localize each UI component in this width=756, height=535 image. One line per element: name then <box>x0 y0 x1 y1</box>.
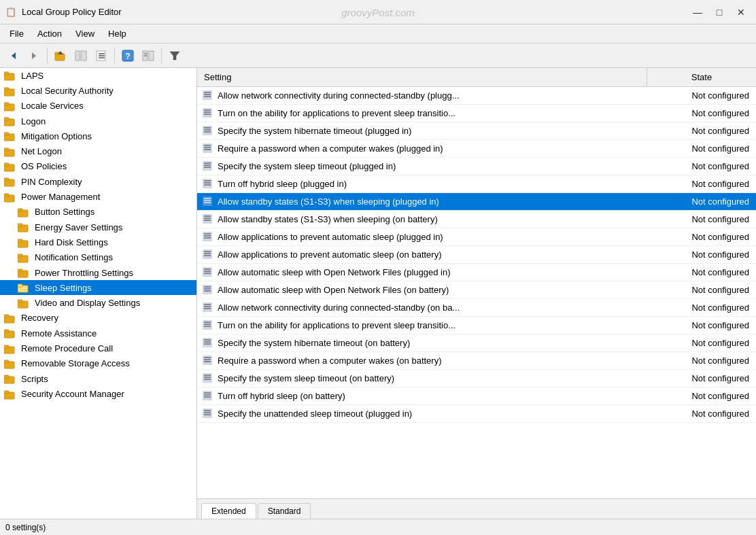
row-policy-icon <box>203 214 212 225</box>
filter-button[interactable] <box>165 46 184 65</box>
table-row[interactable]: Allow network connectivity during connec… <box>197 299 756 317</box>
svg-rect-66 <box>203 108 212 118</box>
sidebar-item-notification-settings[interactable]: Notification Settings <box>0 250 196 265</box>
sidebar-item-os-policies[interactable]: OS Policies <box>0 159 196 174</box>
table-row[interactable]: Allow standby states (S1-S3) when sleepi… <box>197 211 756 228</box>
sidebar-item-local-security-authority[interactable]: Local Security Authority <box>0 83 196 98</box>
svg-rect-74 <box>203 143 212 153</box>
row-setting-text: Allow applications to prevent automatic … <box>218 229 647 245</box>
sidebar-item-removable-storage-access[interactable]: Removable Storage Access <box>0 356 196 371</box>
sidebar-item-mitigation-options[interactable]: Mitigation Options <box>0 128 196 143</box>
svg-rect-114 <box>203 320 212 330</box>
sidebar-item-video-and-display-settings[interactable]: Video and Display Settings <box>0 295 196 310</box>
sidebar-item-label: Mitigation Options <box>21 131 92 141</box>
svg-marker-1 <box>32 52 36 59</box>
table-row[interactable]: Specify the system sleep timeout (on bat… <box>197 370 756 387</box>
svg-rect-45 <box>18 269 22 272</box>
row-policy-icon <box>203 285 212 296</box>
close-button[interactable]: ✕ <box>732 5 751 19</box>
row-policy-icon <box>203 391 212 402</box>
sidebar-item-pin-complexity[interactable]: PIN Complexity <box>0 174 196 189</box>
folder-icon <box>4 358 15 369</box>
menu-view[interactable]: View <box>69 27 101 41</box>
table-row[interactable]: Specify the system hibernate timeout (on… <box>197 334 756 352</box>
sidebar-item-sleep-settings[interactable]: Sleep Settings <box>0 280 196 295</box>
table-row[interactable]: Specify the system hibernate timeout (pl… <box>197 122 756 140</box>
row-policy-icon <box>203 338 212 349</box>
table-row[interactable]: Specify the unattended sleep timeout (pl… <box>197 405 756 423</box>
sidebar-item-net-logon[interactable]: Net Logon <box>0 143 196 158</box>
row-state-text: Not configured <box>647 194 756 209</box>
sidebar-item-label: Hard Disk Settings <box>35 237 108 247</box>
sidebar-item-remote-procedure-call[interactable]: Remote Procedure Call <box>0 341 196 356</box>
table-row[interactable]: Allow applications to prevent automatic … <box>197 228 756 246</box>
menu-help[interactable]: Help <box>101 27 133 41</box>
row-setting-text: Allow standby states (S1-S3) when sleepi… <box>218 194 647 209</box>
folder-icon <box>4 313 15 324</box>
sidebar-item-logon[interactable]: Logon <box>0 114 196 128</box>
table-row[interactable]: Allow network connectivity during connec… <box>197 87 756 105</box>
tab-extended[interactable]: Extended <box>201 503 256 519</box>
svg-rect-78 <box>203 161 212 171</box>
sidebar-item-power-throttling-settings[interactable]: Power Throttling Settings <box>0 265 196 280</box>
table-row[interactable]: Require a password when a computer wakes… <box>197 140 756 158</box>
status-bar: 0 setting(s) <box>0 519 756 535</box>
sidebar-item-remote-assistance[interactable]: Remote Assistance <box>0 326 196 341</box>
menu-action[interactable]: Action <box>31 27 69 41</box>
sidebar-item-security-account-manager[interactable]: Security Account Manager <box>0 386 196 401</box>
folder-icon <box>4 191 15 202</box>
row-state-text: Not configured <box>647 300 756 315</box>
help-button[interactable]: ? <box>118 46 137 65</box>
tab-standard[interactable]: Standard <box>258 503 311 519</box>
row-policy-icon <box>203 356 212 366</box>
table-row[interactable]: Allow automatic sleep with Open Network … <box>197 264 756 281</box>
row-state-text: Not configured <box>647 158 756 174</box>
sidebar-item-recovery[interactable]: Recovery <box>0 311 196 326</box>
sidebar-item-hard-disk-settings[interactable]: Hard Disk Settings <box>0 235 196 249</box>
table-row[interactable]: Specify the system sleep timeout (plugge… <box>197 158 756 175</box>
table-row[interactable]: Allow applications to prevent automatic … <box>197 246 756 264</box>
svg-rect-62 <box>203 90 212 100</box>
menu-file[interactable]: File <box>3 27 31 41</box>
folder-icon <box>18 252 29 263</box>
table-row[interactable]: Turn on the ability for applications to … <box>197 105 756 122</box>
policy-table: Setting State Allow network connectivity… <box>197 68 756 498</box>
back-button[interactable] <box>4 46 23 65</box>
toolbar-separator-2 <box>114 48 115 63</box>
sidebar-item-energy-saver-settings[interactable]: Energy Saver Settings <box>0 220 196 235</box>
svg-rect-90 <box>203 214 212 224</box>
folder-up-button[interactable] <box>51 46 70 65</box>
forward-button[interactable] <box>24 46 44 65</box>
row-state-text: Not configured <box>647 229 756 245</box>
row-state-text: Not configured <box>647 370 756 386</box>
sidebar-item-button-settings[interactable]: Button Settings <box>0 205 196 220</box>
sidebar-item-label: LAPS <box>21 71 44 81</box>
svg-rect-23 <box>4 103 9 105</box>
folder-icon <box>4 388 15 399</box>
table-row[interactable]: Require a password when a computer wakes… <box>197 352 756 370</box>
table-row[interactable]: Turn off hybrid sleep (on battery)Not co… <box>197 387 756 405</box>
svg-rect-33 <box>4 178 9 181</box>
table-row[interactable]: Turn on the ability for applications to … <box>197 317 756 334</box>
sidebar-item-power-management[interactable]: Power Management <box>0 189 196 204</box>
row-state-text: Not configured <box>647 317 756 333</box>
svg-rect-27 <box>4 133 9 135</box>
sidebar-item-scripts[interactable]: Scripts <box>0 371 196 386</box>
minimize-button[interactable]: — <box>688 5 707 19</box>
svg-rect-19 <box>4 72 9 75</box>
extended-button[interactable] <box>139 46 158 65</box>
folder-icon <box>18 267 29 278</box>
svg-rect-118 <box>203 338 212 347</box>
sidebar-item-locale-services[interactable]: Locale Services <box>0 99 196 114</box>
table-row[interactable]: Allow automatic sleep with Open Network … <box>197 281 756 299</box>
show-hide-tree-button[interactable] <box>71 46 90 65</box>
show-button[interactable] <box>92 46 111 65</box>
maximize-button[interactable]: □ <box>710 5 729 19</box>
row-setting-text: Specify the system hibernate timeout (on… <box>218 335 647 351</box>
sidebar-item-laps[interactable]: LAPS <box>0 68 196 83</box>
row-policy-icon <box>203 303 212 313</box>
table-row[interactable]: Turn off hybrid sleep (plugged in)Not co… <box>197 175 756 193</box>
row-state-text: Not configured <box>647 176 756 192</box>
sidebar: LAPS Local Security Authority Locale Ser… <box>0 68 197 519</box>
table-row[interactable]: Allow standby states (S1-S3) when sleepi… <box>197 193 756 211</box>
